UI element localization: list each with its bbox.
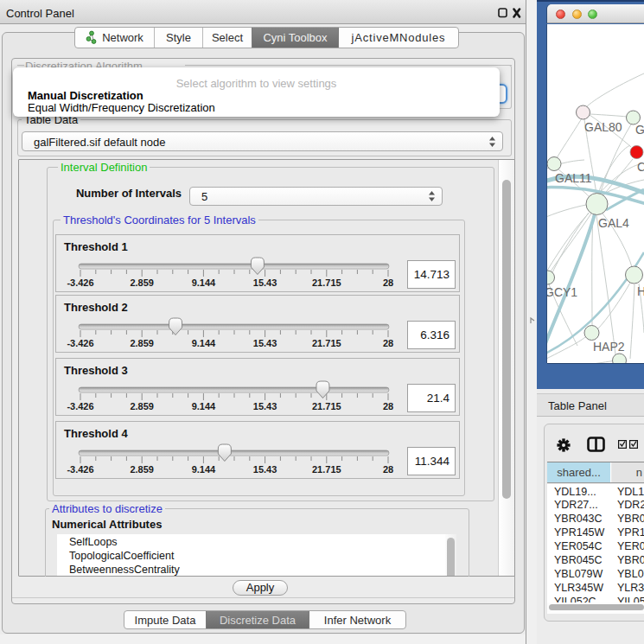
svg-text:GAL80: GAL80: [584, 120, 622, 134]
svg-text:HAP2: HAP2: [593, 340, 625, 354]
svg-text:GAL4: GAL4: [598, 216, 629, 230]
svg-text:GCY1: GCY1: [547, 285, 577, 299]
svg-text:C: C: [637, 160, 644, 174]
svg-text:H: H: [637, 284, 644, 298]
svg-text:G.: G.: [635, 123, 644, 137]
svg-text:GAL11: GAL11: [555, 171, 592, 185]
